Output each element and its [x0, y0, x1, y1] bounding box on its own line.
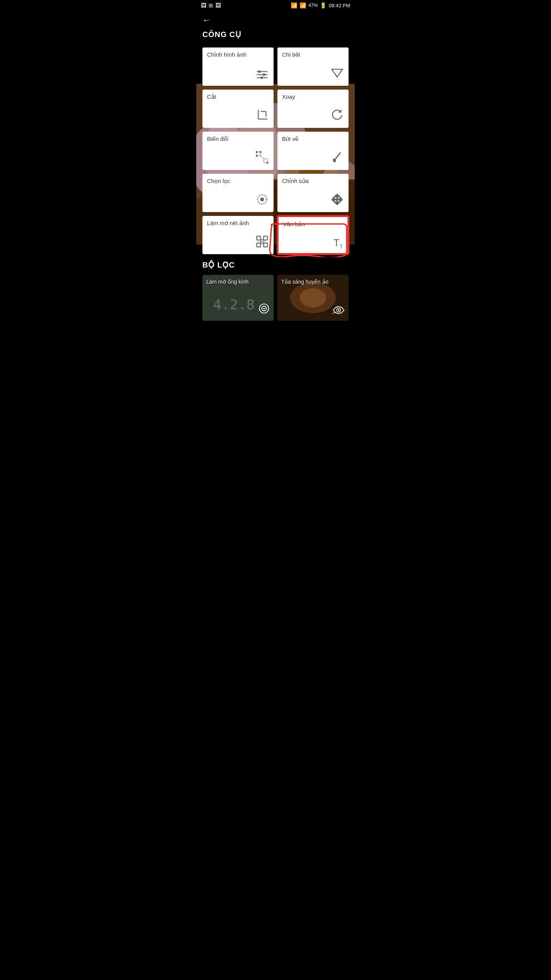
- svg-rect-23: [331, 193, 344, 206]
- tools-grid: Chỉnh hình ảnh Chi tiết: [202, 47, 349, 254]
- tool-chinh-sua[interactable]: Chỉnh sửa: [277, 174, 349, 212]
- tool-label-bien-doi: Biến đổi: [207, 136, 269, 142]
- brush-icon: [330, 150, 344, 166]
- clock: 08:42 PM: [329, 3, 350, 8]
- lens-filter-icon: [258, 303, 270, 317]
- tool-chon-loc[interactable]: Chọn lọc: [202, 174, 274, 212]
- header: ← CÔNG CỤ: [196, 11, 355, 47]
- svg-rect-28: [257, 236, 261, 240]
- svg-point-25: [338, 200, 339, 202]
- tool-label-chinh-hinh-anh: Chỉnh hình ảnh: [207, 51, 269, 58]
- svg-point-33: [261, 241, 263, 242]
- filter-label-toa-sang-huyen-ao: Tỏa sáng huyền ảo: [281, 279, 345, 285]
- tool-chinh-hinh-anh[interactable]: Chỉnh hình ảnh: [202, 47, 274, 86]
- svg-line-18: [336, 153, 340, 159]
- filter-toa-sang-huyen-ao[interactable]: Tỏa sáng huyền ảo: [277, 275, 349, 321]
- focus-icon: [255, 235, 269, 250]
- transform-icon: [255, 150, 269, 166]
- filter-lam-mo-ong-kinh[interactable]: 4.2.8 Làm mờ ống kính: [202, 275, 274, 321]
- svg-point-14: [260, 151, 262, 153]
- sliders-icon: [255, 69, 269, 82]
- tool-cat[interactable]: Cắt: [202, 90, 274, 128]
- tool-bien-doi[interactable]: Biến đổi: [202, 132, 274, 170]
- tool-label-cat: Cắt: [207, 93, 269, 100]
- battery-percent: 47%: [308, 3, 318, 8]
- app-icon-1: 🖼: [201, 2, 206, 8]
- svg-rect-31: [264, 243, 267, 247]
- svg-point-16: [267, 162, 269, 164]
- tool-lam-mo-net-anh[interactable]: Làm mờ nét ảnh: [202, 216, 274, 254]
- tools-section: Chỉnh hình ảnh Chi tiết: [196, 47, 355, 254]
- status-bar-left: 🖼 ⊞ 🖼: [201, 2, 221, 8]
- tool-label-lam-mo-net-anh: Làm mờ nét ảnh: [207, 220, 269, 227]
- filter-card-content-lens: Làm mờ ống kính: [202, 275, 274, 321]
- back-button[interactable]: ←: [202, 15, 349, 25]
- crop-icon: [255, 108, 269, 124]
- svg-point-15: [256, 155, 258, 157]
- svg-rect-30: [257, 243, 261, 247]
- bandaid-icon: [330, 193, 344, 208]
- rotate-icon: [330, 108, 344, 124]
- svg-point-13: [256, 151, 258, 153]
- section-title-bo-loc: BỘ LỌC: [202, 260, 349, 270]
- svg-point-44: [338, 309, 339, 311]
- tool-xoay[interactable]: Xoay: [277, 90, 349, 128]
- svg-rect-3: [258, 70, 261, 73]
- svg-point-21: [260, 198, 264, 201]
- tool-label-chi-tiet: Chi tiết: [282, 51, 344, 58]
- svg-rect-4: [263, 74, 265, 76]
- eye-filter-icon: [333, 305, 345, 317]
- tool-label-chon-loc: Chọn lọc: [207, 178, 269, 185]
- section-title-cong-cu: CÔNG CỤ: [202, 30, 349, 39]
- signal-icon: 📶: [300, 2, 306, 8]
- tool-chi-tiet[interactable]: Chi tiết: [277, 47, 349, 86]
- app-icon-2: ⊞: [209, 2, 213, 8]
- svg-point-27: [335, 200, 336, 202]
- status-bar: 🖼 ⊞ 🖼 📶 📶 47% 🔋 08:42 PM: [196, 0, 355, 11]
- text-icon: TT: [334, 238, 343, 249]
- filter-label-lam-mo-ong-kinh: Làm mờ ống kính: [206, 279, 270, 285]
- app-icon-3: 🖼: [215, 2, 221, 8]
- tool-label-chinh-sua: Chỉnh sửa: [282, 178, 344, 185]
- tool-label-van-ban: Văn bản: [283, 221, 343, 228]
- svg-point-26: [338, 197, 339, 199]
- tool-label-but-ve: Bút vẽ: [282, 136, 344, 142]
- filter-grid: 4.2.8 Làm mờ ống kính: [202, 275, 349, 321]
- wifi-icon: 📶: [291, 2, 297, 8]
- tool-label-xoay: Xoay: [282, 93, 344, 100]
- triangle-down-icon: [330, 66, 344, 82]
- filter-card-content-magic: Tỏa sáng huyền ảo: [277, 275, 349, 321]
- svg-marker-6: [332, 69, 342, 77]
- svg-rect-5: [261, 77, 263, 79]
- tool-but-ve[interactable]: Bút vẽ: [277, 132, 349, 170]
- svg-rect-29: [264, 236, 267, 240]
- battery-icon: 🔋: [320, 2, 326, 8]
- tool-van-ban[interactable]: Văn bản TT: [277, 216, 349, 254]
- svg-point-24: [335, 197, 336, 199]
- svg-line-17: [261, 156, 264, 159]
- svg-point-39: [263, 308, 265, 309]
- filter-section: BỘ LỌC 4.2.8 Làm mờ ống kính: [196, 254, 355, 321]
- select-icon: [255, 193, 269, 208]
